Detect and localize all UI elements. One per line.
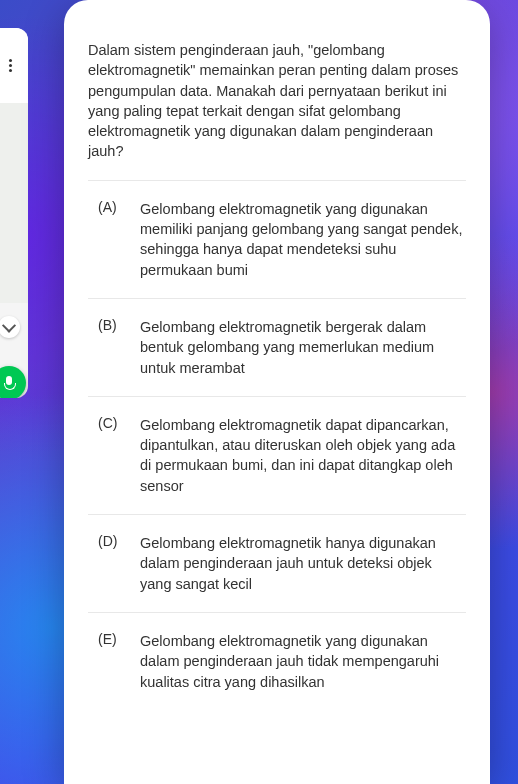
- question-text: Dalam sistem penginderaan jauh, "gelomba…: [88, 0, 466, 180]
- option-text-c: Gelombang elektromagnetik dapat dipancar…: [140, 415, 466, 496]
- option-c[interactable]: (C) Gelombang elektromagnetik dapat dipa…: [88, 396, 466, 514]
- option-text-a: Gelombang elektromagnetik yang digunakan…: [140, 199, 466, 280]
- microphone-icon: [4, 376, 14, 390]
- left-side-panel: [0, 28, 28, 398]
- option-text-e: Gelombang elektromagnetik yang digunakan…: [140, 631, 466, 692]
- voice-button[interactable]: [0, 366, 26, 398]
- option-label-c: (C): [88, 415, 116, 431]
- map-background: [0, 103, 28, 303]
- question-card: Dalam sistem penginderaan jauh, "gelomba…: [64, 0, 490, 784]
- option-text-d: Gelombang elektromagnetik hanya digunaka…: [140, 533, 466, 594]
- option-d[interactable]: (D) Gelombang elektromagnetik hanya digu…: [88, 514, 466, 612]
- option-text-b: Gelombang elektromagnetik bergerak dalam…: [140, 317, 466, 378]
- menu-dots-icon[interactable]: [9, 59, 12, 72]
- menu-button-container: [0, 28, 28, 103]
- option-a[interactable]: (A) Gelombang elektromagnetik yang digun…: [88, 180, 466, 298]
- option-e[interactable]: (E) Gelombang elektromagnetik yang digun…: [88, 612, 466, 710]
- collapse-button[interactable]: [0, 316, 20, 338]
- option-label-a: (A): [88, 199, 116, 215]
- option-label-b: (B): [88, 317, 116, 333]
- option-label-d: (D): [88, 533, 116, 549]
- option-b[interactable]: (B) Gelombang elektromagnetik bergerak d…: [88, 298, 466, 396]
- option-label-e: (E): [88, 631, 116, 647]
